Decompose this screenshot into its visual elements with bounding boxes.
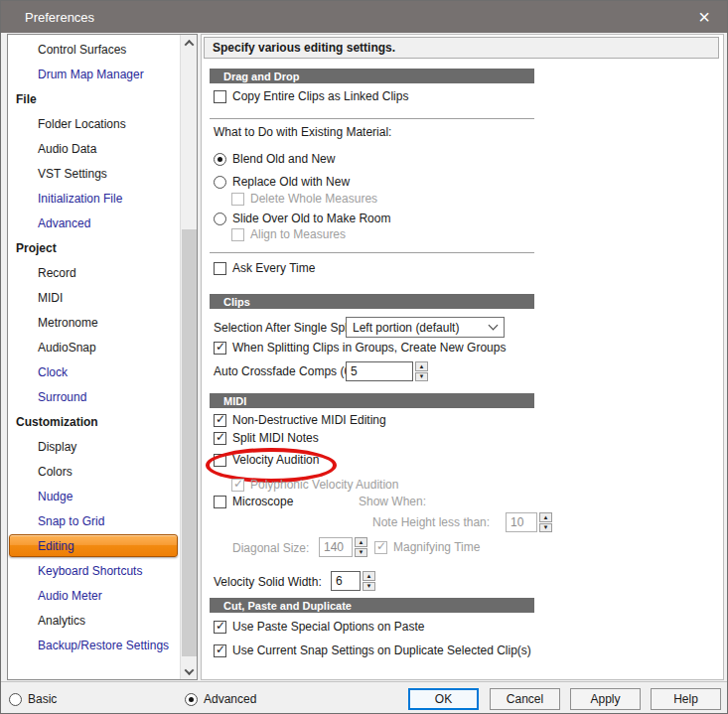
spin-down-button[interactable] <box>415 372 428 382</box>
selection-after-split-dropdown[interactable]: Left portion (default) <box>346 317 505 338</box>
checkbox-box <box>374 541 387 554</box>
scrollbar-thumb[interactable] <box>182 229 197 656</box>
sidebar-item-audio-meter[interactable]: Audio Meter <box>8 583 180 608</box>
sidebar-item-analytics[interactable]: Analytics <box>8 608 180 633</box>
section-midi: MIDI <box>210 393 534 408</box>
scroll-up-button[interactable] <box>181 35 197 51</box>
sidebar-item-project: Project <box>8 235 180 260</box>
velocity-width-input[interactable]: 6 <box>331 571 361 591</box>
sidebar-item-initialization-file[interactable]: Initialization File <box>8 186 180 211</box>
sidebar-item-record[interactable]: Record <box>8 260 180 285</box>
close-button[interactable]: × <box>681 1 727 33</box>
checkbox-box <box>214 262 226 275</box>
split-midi-notes-checkbox[interactable]: Split MIDI Notes <box>214 429 319 447</box>
sidebar-item-clock[interactable]: Clock <box>8 359 180 384</box>
checkbox-label: Use Current Snap Settings on Duplicate S… <box>232 643 531 657</box>
spin-up-button[interactable] <box>363 571 375 581</box>
note-height-spinner: 10 <box>506 512 552 532</box>
basic-radio[interactable]: Basic <box>9 690 57 708</box>
radio-label: Basic <box>28 692 57 706</box>
checkbox-label: Magnifying Time <box>393 540 480 554</box>
split-groups-checkbox[interactable]: When Splitting Clips in Groups, Create N… <box>214 339 506 357</box>
spin-up-button[interactable] <box>539 512 552 522</box>
checkbox-box <box>214 496 226 508</box>
diagonal-size-input[interactable]: 140 <box>319 537 353 557</box>
help-button[interactable]: Help <box>651 688 721 710</box>
radio-circle <box>214 176 226 189</box>
polyphonic-velocity-checkbox[interactable]: Polyphonic Velocity Audition <box>231 476 398 494</box>
checkbox-label: Split MIDI Notes <box>232 431 319 445</box>
blend-old-new-radio[interactable]: Blend Old and New <box>214 150 335 168</box>
checkbox-label: Ask Every Time <box>232 261 315 275</box>
velocity-width-spinner: 6 <box>331 571 375 591</box>
auto-crossfade-spinner: 5 <box>346 361 428 381</box>
spin-down-button[interactable] <box>363 582 375 592</box>
microscope-checkbox[interactable]: Microscope <box>214 493 293 510</box>
checkbox-label: When Splitting Clips in Groups, Create N… <box>232 341 506 355</box>
checkbox-label: Polyphonic Velocity Audition <box>250 478 398 492</box>
show-when-label: Show When: <box>359 494 426 508</box>
spin-up-button[interactable] <box>355 537 367 547</box>
delete-whole-measures-checkbox[interactable]: Delete Whole Measures <box>231 190 377 208</box>
radio-circle <box>214 153 226 166</box>
magnifying-time-checkbox[interactable]: Magnifying Time <box>374 538 480 556</box>
sidebar-scrollbar[interactable] <box>180 35 197 679</box>
sidebar-item-midi[interactable]: MIDI <box>8 285 180 310</box>
ok-button[interactable]: OK <box>408 688 479 710</box>
spin-up-button[interactable] <box>415 361 428 371</box>
chevron-down-icon <box>489 321 499 331</box>
sidebar-item-backup-restore-settings[interactable]: Backup/Restore Settings <box>8 633 180 657</box>
snap-duplicate-checkbox[interactable]: Use Current Snap Settings on Duplicate S… <box>214 642 531 659</box>
sidebar-item-drum-map-manager[interactable]: Drum Map Manager <box>8 62 180 86</box>
checkbox-label: Copy Entire Clips as Linked Clips <box>232 89 408 103</box>
sidebar-item-advanced[interactable]: Advanced <box>8 211 180 235</box>
spin-down-button[interactable] <box>355 548 367 558</box>
close-icon: × <box>698 7 710 27</box>
sidebar-item-nudge[interactable]: Nudge <box>8 484 180 508</box>
advanced-radio[interactable]: Advanced <box>185 690 256 708</box>
checkbox-box <box>214 432 226 445</box>
replace-old-radio[interactable]: Replace Old with New <box>214 173 350 191</box>
note-height-input[interactable]: 10 <box>506 512 537 532</box>
cancel-button[interactable]: Cancel <box>490 688 560 710</box>
auto-crossfade-input[interactable]: 5 <box>346 361 413 381</box>
note-height-label: Note Height less than: <box>372 514 490 529</box>
paste-special-checkbox[interactable]: Use Paste Special Options on Paste <box>214 618 424 636</box>
settings-panel: Specify various editing settings. Drag a… <box>201 34 724 680</box>
category-sidebar: Control SurfacesDrum Map ManagerFileFold… <box>7 34 198 680</box>
checkbox-label: Use Paste Special Options on Paste <box>232 620 424 634</box>
sidebar-item-audiosnap[interactable]: AudioSnap <box>8 335 180 359</box>
copy-clips-checkbox[interactable]: Copy Entire Clips as Linked Clips <box>214 87 408 105</box>
spin-down-button[interactable] <box>539 523 552 533</box>
window-title: Preferences <box>1 10 94 25</box>
sidebar-item-editing[interactable]: Editing <box>9 534 178 557</box>
velocity-width-label: Velocity Solid Width: <box>214 574 322 589</box>
radio-label: Slide Over Old to Make Room <box>232 212 390 225</box>
scroll-down-button[interactable] <box>181 663 197 679</box>
align-to-measures-checkbox[interactable]: Align to Measures <box>231 225 346 243</box>
sidebar-item-colors[interactable]: Colors <box>8 459 180 484</box>
sidebar-item-folder-locations[interactable]: Folder Locations <box>8 111 180 136</box>
velocity-audition-checkbox[interactable]: Velocity Audition <box>214 451 319 469</box>
chevron-up-icon <box>184 39 194 49</box>
checkbox-box <box>231 479 244 492</box>
radio-label: Replace Old with New <box>232 175 350 189</box>
separator <box>210 252 534 253</box>
sidebar-item-control-surfaces[interactable]: Control Surfaces <box>8 37 180 62</box>
sidebar-item-audio-data[interactable]: Audio Data <box>8 136 180 161</box>
apply-button[interactable]: Apply <box>570 688 641 710</box>
radio-circle <box>214 213 226 225</box>
radio-circle <box>185 693 198 706</box>
sidebar-item-keyboard-shortcuts[interactable]: Keyboard Shortcuts <box>8 558 180 583</box>
ask-every-time-checkbox[interactable]: Ask Every Time <box>214 259 315 277</box>
sidebar-item-metronome[interactable]: Metronome <box>8 310 180 335</box>
titlebar: Preferences × <box>1 1 727 33</box>
non-destructive-checkbox[interactable]: Non-Destructive MIDI Editing <box>214 411 386 429</box>
checkbox-label: Microscope <box>232 495 293 508</box>
footer-bar: Basic Advanced OK Cancel Apply Help <box>1 681 727 714</box>
sidebar-item-vst-settings[interactable]: VST Settings <box>8 161 180 186</box>
sidebar-item-surround[interactable]: Surround <box>8 384 180 409</box>
sidebar-item-display[interactable]: Display <box>8 434 180 459</box>
sidebar-item-snap-to-grid[interactable]: Snap to Grid <box>8 508 180 533</box>
existing-material-label: What to Do with Existing Material: <box>214 124 391 139</box>
